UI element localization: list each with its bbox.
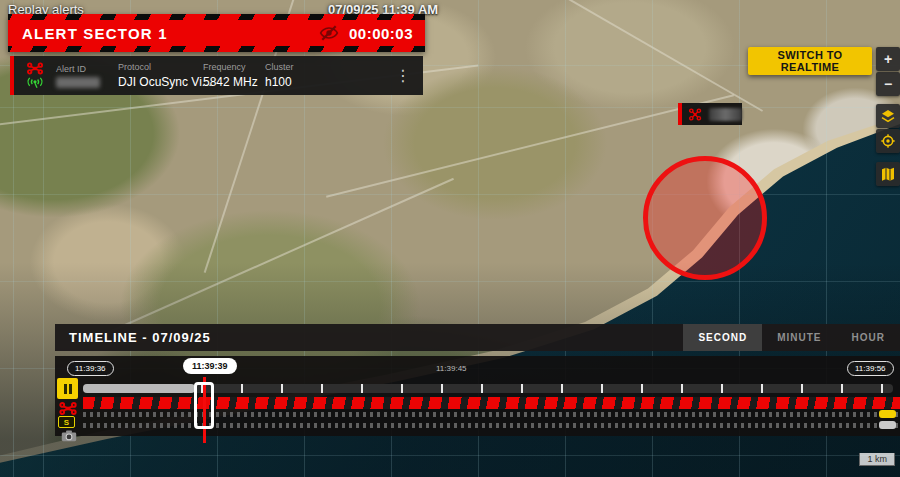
rf-signal-icon <box>27 76 43 89</box>
drone-map-marker[interactable] <box>678 103 742 125</box>
timeline-start-time: 11:39:36 <box>67 361 114 376</box>
drone-track-icon <box>58 402 78 415</box>
playhead-time-pill[interactable]: 11:39:39 <box>183 358 237 374</box>
timeline-body: 11:39:36 11:39:39 11:39:45 11:39:56 S <box>55 356 900 436</box>
layers-icon <box>880 108 896 124</box>
kebab-menu-icon[interactable]: ⋮ <box>383 66 423 85</box>
map-icon <box>880 166 896 182</box>
locate-icon <box>880 133 896 149</box>
camera-track-icon <box>59 429 79 442</box>
protocol-label: Protocol <box>118 62 203 72</box>
alert-row-icons <box>14 62 56 89</box>
layers-button[interactable] <box>876 104 900 128</box>
sensor-track-icon: S <box>58 416 75 428</box>
alert-detail-row[interactable]: Alert ID Protocol DJI OcuSync Vi... Freq… <box>10 56 423 95</box>
cluster-label: Cluster <box>265 62 383 72</box>
map-road <box>537 0 763 112</box>
drone-icon <box>27 62 43 75</box>
alert-id-label: Alert ID <box>56 64 118 74</box>
map-road <box>106 178 454 334</box>
drone-id-redacted <box>709 108 742 121</box>
playhead-handle[interactable] <box>194 382 214 429</box>
pause-button[interactable] <box>57 378 78 399</box>
switch-to-realtime-button[interactable]: SWITCH TO REALTIME <box>748 47 872 75</box>
alert-sector-title: ALERT SECTOR 1 <box>22 25 319 42</box>
protocol-value: DJI OcuSync Vi... <box>118 75 203 89</box>
drone-icon <box>686 108 704 121</box>
map-view-button[interactable] <box>876 162 900 186</box>
cluster-value: h100 <box>265 75 383 89</box>
field-alert-id: Alert ID <box>56 64 118 88</box>
camera-event-marker[interactable] <box>879 421 896 429</box>
field-cluster: Cluster h100 <box>265 62 383 89</box>
locate-button[interactable] <box>876 129 900 153</box>
alert-id-redacted-value <box>56 77 100 88</box>
frequency-value: 5842 MHz <box>203 75 265 89</box>
frequency-label: Frequency <box>203 62 265 72</box>
alert-zone-circle <box>643 156 767 280</box>
alert-sector-banner[interactable]: ALERT SECTOR 1 00:00:03 <box>8 14 425 52</box>
timeline-progress <box>83 384 195 393</box>
tab-second[interactable]: SECOND <box>683 324 762 351</box>
map-scale: 1 km <box>859 453 895 466</box>
timeline-end-time: 11:39:56 <box>847 361 894 376</box>
eye-slash-icon[interactable] <box>319 23 339 43</box>
zoom-in-button[interactable]: + <box>876 47 900 71</box>
pause-icon <box>64 384 72 394</box>
timeline-unit-tabs: SECOND MINUTE HOUR <box>683 324 900 351</box>
timeline-header: TIMELINE - 07/09/25 SECOND MINUTE HOUR <box>55 324 900 351</box>
sensor-event-marker[interactable] <box>879 410 896 418</box>
timeline-mid-time: 11:39:45 <box>436 364 467 373</box>
field-protocol: Protocol DJI OcuSync Vi... <box>118 62 203 89</box>
alert-timer: 00:00:03 <box>349 25 413 42</box>
zoom-out-button[interactable]: − <box>876 72 900 96</box>
tab-minute[interactable]: MINUTE <box>762 324 836 351</box>
field-frequency: Frequency 5842 MHz <box>203 62 265 89</box>
tab-hour[interactable]: HOUR <box>837 324 900 351</box>
timeline-title: TIMELINE - 07/09/25 <box>55 330 683 345</box>
